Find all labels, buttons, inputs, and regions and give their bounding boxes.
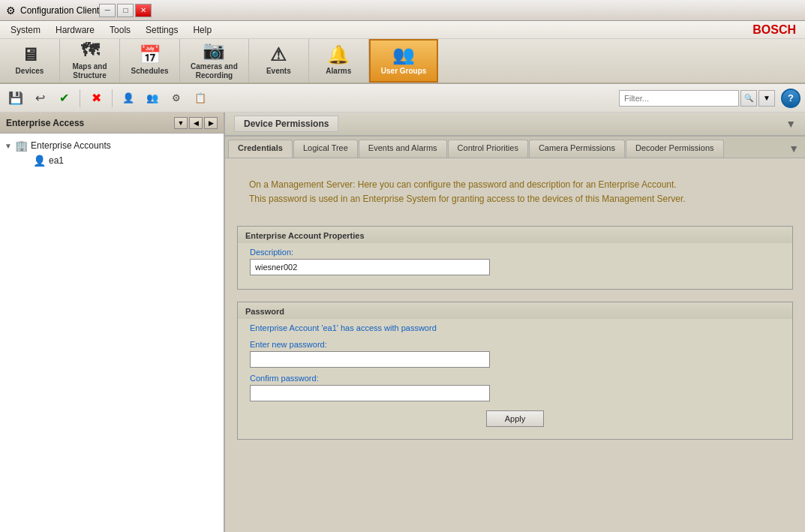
menu-tools[interactable]: Tools xyxy=(102,23,138,37)
menu-system[interactable]: System xyxy=(3,23,48,37)
apply-button[interactable]: Apply xyxy=(486,410,545,427)
minimize-button[interactable]: ─ xyxy=(99,4,116,17)
panel-title: Enterprise Access xyxy=(6,118,84,128)
alarms-icon: 🔔 xyxy=(327,46,350,64)
panel-header: Enterprise Access ▼ ◀ ▶ xyxy=(0,113,224,134)
maps-icon: 🗺 xyxy=(81,41,99,59)
separator-1 xyxy=(80,89,80,107)
nav-devices-label: Devices xyxy=(16,67,44,76)
panel-header-controls: ▼ ◀ ▶ xyxy=(174,117,218,129)
tab-camera[interactable]: Camera Permissions xyxy=(529,140,625,158)
app-icon: ⚙ xyxy=(6,5,16,17)
left-panel: Enterprise Access ▼ ◀ ▶ ▼ 🏢 Enterprise A… xyxy=(0,113,225,532)
window-title: Configuration Client xyxy=(20,5,99,16)
expand-icon: ▼ xyxy=(5,142,15,150)
tab-control[interactable]: Control Priorities xyxy=(448,140,528,158)
nav-alarms-label: Alarms xyxy=(326,67,351,76)
nav-schedules-label: Schedules xyxy=(131,67,168,76)
nav-schedules[interactable]: 📅 Schedules xyxy=(120,39,180,83)
bosch-logo: BOSCH xyxy=(752,23,802,37)
panel-filter-button[interactable]: ▼ xyxy=(174,117,188,129)
nav-alarms[interactable]: 🔔 Alarms xyxy=(309,39,369,83)
filter-area: 🔍 ▼ xyxy=(619,90,775,107)
confirm-password-row: Confirm password: xyxy=(238,369,792,403)
confirm-password-label: Confirm password: xyxy=(250,374,780,383)
nav-cameras[interactable]: 📷 Cameras andRecording xyxy=(180,39,249,83)
filter-dropdown-button[interactable]: ▼ xyxy=(758,90,775,107)
new-password-label: Enter new password: xyxy=(250,340,780,349)
config-button[interactable]: ⚙ xyxy=(165,88,188,109)
tabs-dropdown-icon[interactable]: ▼ xyxy=(785,140,802,158)
help-button[interactable]: ? xyxy=(781,89,800,108)
cameras-icon: 📷 xyxy=(203,41,225,59)
tab-events[interactable]: Events and Alarms xyxy=(359,140,447,158)
tab-credentials[interactable]: Credentials xyxy=(228,140,293,158)
menu-settings[interactable]: Settings xyxy=(138,23,185,37)
filter-search-button[interactable]: 🔍 xyxy=(740,90,757,107)
delete-button[interactable]: ✖ xyxy=(85,88,107,109)
schedules-icon: 📅 xyxy=(139,46,161,64)
nav-maps[interactable]: 🗺 Maps andStructure xyxy=(60,39,120,83)
info-box: On a Management Server: Here you can con… xyxy=(237,170,793,214)
dp-arrow-icon: ▼ xyxy=(785,118,796,130)
separator-2 xyxy=(112,89,113,107)
tab-logical[interactable]: Logical Tree xyxy=(293,140,358,158)
nav-events[interactable]: ⚠ Events xyxy=(249,39,309,83)
main-layout: Enterprise Access ▼ ◀ ▶ ▼ 🏢 Enterprise A… xyxy=(0,113,805,532)
maximize-button[interactable]: □ xyxy=(117,4,134,17)
confirm-password-input[interactable] xyxy=(250,385,490,401)
nav-maps-label: Maps andStructure xyxy=(72,62,107,80)
nav-usergroups[interactable]: 👥 User Groups xyxy=(369,39,439,83)
save-button[interactable]: 💾 xyxy=(5,88,27,109)
tree-root-item[interactable]: ▼ 🏢 Enterprise Accounts xyxy=(5,138,219,153)
close-button[interactable]: ✕ xyxy=(135,4,152,17)
enterprise-props-title: Enterprise Account Properties xyxy=(238,227,792,243)
toolbar: 💾 ↩ ✔ ✖ 👤 👥 ⚙ 📋 🔍 ▼ ? xyxy=(0,84,805,113)
menu-hardware[interactable]: Hardware xyxy=(48,23,102,37)
tree-root-label: Enterprise Accounts xyxy=(31,140,111,151)
menu-help[interactable]: Help xyxy=(185,23,219,37)
undo-button[interactable]: ↩ xyxy=(29,88,51,109)
password-title: Password xyxy=(238,302,792,319)
window-controls: ─ □ ✕ xyxy=(99,4,152,17)
copy-button[interactable]: 📋 xyxy=(189,88,212,109)
menubar: System Hardware Tools Settings Help BOSC… xyxy=(0,21,805,39)
nav-devices[interactable]: 🖥 Devices xyxy=(0,39,60,83)
tree-content: ▼ 🏢 Enterprise Accounts 👤 ea1 xyxy=(0,134,224,532)
password-group: Password Enterprise Account 'ea1' has ac… xyxy=(237,302,793,440)
tree-ea1-label: ea1 xyxy=(49,155,64,166)
nav-cameras-label: Cameras andRecording xyxy=(191,62,238,80)
usergroups-icon: 👥 xyxy=(392,46,415,64)
description-row: Description: xyxy=(238,243,792,277)
nav-usergroups-label: User Groups xyxy=(381,67,427,76)
right-panel: Device Permissions ▼ Credentials Logical… xyxy=(225,113,805,532)
tab-decoder[interactable]: Decoder Permissions xyxy=(626,140,724,158)
tree-ea1-item[interactable]: 👤 ea1 xyxy=(23,153,219,168)
enterprise-props-group: Enterprise Account Properties Descriptio… xyxy=(237,226,793,290)
description-input[interactable] xyxy=(250,259,490,275)
enterprise-icon: 🏢 xyxy=(15,140,28,152)
events-icon: ⚠ xyxy=(270,46,287,64)
panel-next-button[interactable]: ▶ xyxy=(204,117,218,129)
verify-button[interactable]: ✔ xyxy=(53,88,75,109)
tabs-container: Credentials Logical Tree Events and Alar… xyxy=(225,137,805,158)
credentials-content: On a Management Server: Here you can con… xyxy=(225,158,805,532)
panel-prev-button[interactable]: ◀ xyxy=(189,117,203,129)
add-user-button[interactable]: 👤 xyxy=(117,88,140,109)
add-group-button[interactable]: 👥 xyxy=(141,88,164,109)
new-password-input[interactable] xyxy=(250,351,490,368)
ea1-icon: 👤 xyxy=(33,155,46,167)
titlebar: ⚙ Configuration Client ─ □ ✕ xyxy=(0,0,805,21)
nav-events-label: Events xyxy=(266,67,291,76)
filter-input[interactable] xyxy=(619,90,739,107)
new-password-row: Enter new password: xyxy=(238,335,792,369)
info-line2: This password is used in an Enterprise S… xyxy=(249,192,781,206)
devices-icon: 🖥 xyxy=(21,46,39,64)
device-permissions-header: Device Permissions ▼ xyxy=(225,113,805,137)
password-access-info: Enterprise Account 'ea1' has access with… xyxy=(238,319,792,335)
navbar: 🖥 Devices 🗺 Maps andStructure 📅 Schedule… xyxy=(0,39,805,84)
description-label: Description: xyxy=(250,248,780,257)
info-line1: On a Management Server: Here you can con… xyxy=(249,178,781,192)
device-permissions-title[interactable]: Device Permissions xyxy=(234,116,338,132)
